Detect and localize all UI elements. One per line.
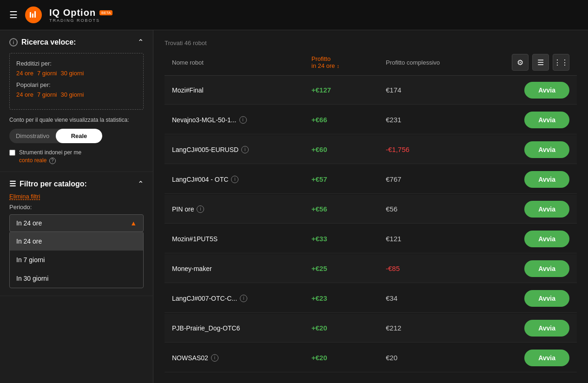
avvia-button[interactable]: Avvia bbox=[524, 231, 569, 247]
robot-name: PIN orei bbox=[172, 205, 311, 213]
robot-profit-total: €34 bbox=[386, 294, 524, 302]
main-content: Trovati 46 robot Nome robot Profitto in … bbox=[153, 30, 588, 383]
robot-profit24: +€127 bbox=[311, 86, 386, 94]
grid-view-btn[interactable]: ⋮⋮ bbox=[553, 54, 569, 71]
avvia-button[interactable]: Avvia bbox=[524, 201, 569, 218]
robot-name: LangCJ#005-EURUSDi bbox=[172, 146, 311, 153]
col-name-header: Nome robot bbox=[172, 59, 311, 66]
popular-30d[interactable]: 30 giorni bbox=[61, 91, 84, 98]
period-dropdown[interactable]: In 24 ore ▲ bbox=[9, 214, 144, 232]
dropdown-option-30d[interactable]: In 30 giorni bbox=[10, 269, 143, 288]
settings-icon-btn[interactable]: ⚙ bbox=[512, 54, 529, 71]
robot-profit-total: €231 bbox=[386, 116, 524, 124]
quick-search-info-icon[interactable]: i bbox=[9, 38, 18, 46]
quick-search-header: i Ricerca veloce: ⌃ bbox=[9, 38, 144, 46]
avvia-button[interactable]: Avvia bbox=[524, 320, 569, 337]
account-label: Conto per il quale viene visualizzata la… bbox=[9, 116, 144, 124]
real-account-link[interactable]: conto reale bbox=[19, 157, 46, 164]
robot-profit24: +€25 bbox=[311, 264, 386, 272]
robot-profit-total: €767 bbox=[386, 175, 524, 183]
dropdown-option-7d[interactable]: In 7 giorni bbox=[10, 251, 143, 269]
robot-info-icon[interactable]: i bbox=[211, 354, 218, 362]
filter-title: ☰ Filtro per catalogo: bbox=[9, 179, 87, 188]
robot-name: NOWSAS02i bbox=[172, 354, 311, 362]
robot-name: Mozi#Final bbox=[172, 86, 311, 94]
period-label: Periodo: bbox=[9, 204, 144, 211]
robot-row: NOWSAS02i+€20€20Avvia bbox=[165, 343, 577, 372]
avvia-button[interactable]: Avvia bbox=[524, 350, 569, 366]
avvia-button[interactable]: Avvia bbox=[524, 290, 569, 307]
list-view-btn[interactable]: ☰ bbox=[532, 54, 549, 71]
beta-badge: BETA bbox=[99, 10, 112, 15]
hamburger-menu[interactable]: ☰ bbox=[9, 9, 18, 20]
robot-row: PJB-Prairie_Dog-OTC6+€20€212Avvia bbox=[165, 314, 577, 343]
demo-toggle[interactable]: Dimostrativo bbox=[9, 129, 56, 143]
robot-row: Money-maker+€25-€85Avvia bbox=[165, 254, 577, 283]
avvia-button[interactable]: Avvia bbox=[524, 171, 569, 188]
robot-info-icon[interactable]: i bbox=[197, 205, 204, 213]
logo-text: IQ Option BETA TRADING ROBOTS bbox=[49, 7, 112, 23]
real-toggle[interactable]: Reale bbox=[56, 129, 102, 143]
robot-profit24: +€20 bbox=[311, 354, 386, 362]
robot-profit24: +€66 bbox=[311, 116, 386, 124]
quick-search-title: i Ricerca veloce: bbox=[9, 38, 76, 46]
dropdown-arrow-icon: ▲ bbox=[130, 219, 137, 227]
robot-info-icon[interactable]: i bbox=[240, 295, 247, 302]
robot-info-icon[interactable]: i bbox=[231, 176, 238, 183]
avvia-button[interactable]: Avvia bbox=[524, 260, 569, 277]
help-icon[interactable]: ? bbox=[49, 158, 56, 164]
avvia-button[interactable]: Avvia bbox=[524, 112, 569, 128]
robot-profit-total: €56 bbox=[386, 205, 524, 213]
filter-chevron[interactable]: ⌃ bbox=[138, 179, 144, 188]
robot-info-icon[interactable]: i bbox=[241, 146, 249, 153]
quick-search-section: i Ricerca veloce: ⌃ Redditizi per: 24 or… bbox=[0, 30, 153, 172]
avvia-button[interactable]: Avvia bbox=[524, 141, 569, 158]
svg-rect-1 bbox=[32, 13, 33, 18]
robot-name: Mozin#1PUT5S bbox=[172, 235, 311, 243]
filter-header: ☰ Filtro per catalogo: ⌃ bbox=[9, 179, 144, 188]
quick-search-box: Redditizi per: 24 ore 7 giorni 30 giorni… bbox=[9, 53, 144, 110]
profitable-24h[interactable]: 24 ore bbox=[16, 70, 33, 77]
robot-profit24: +€23 bbox=[311, 294, 386, 302]
robot-profit-total: -€1,756 bbox=[386, 145, 524, 153]
robot-name: LangCJ#007-OTC-C...i bbox=[172, 295, 311, 302]
profitable-30d[interactable]: 30 giorni bbox=[61, 70, 84, 77]
robot-profit24: +€33 bbox=[311, 235, 386, 243]
robot-row: LangCJ#005-EURUSDi+€60-€1,756Avvia bbox=[165, 135, 577, 164]
instrument-label: Strumenti indonei per me conto reale ? bbox=[19, 149, 81, 165]
dropdown-options-list: In 24 ore In 7 giorni In 30 giorni bbox=[9, 231, 144, 288]
table-header: Nome robot Profitto in 24 ore ↕ Profitto… bbox=[165, 54, 577, 76]
robot-row: LangCJ#007-OTC-C...i+€23€34Avvia bbox=[165, 284, 577, 313]
robot-profit-total: €121 bbox=[386, 235, 524, 243]
sort-icon[interactable]: ↕ bbox=[337, 63, 340, 69]
quick-search-chevron[interactable]: ⌃ bbox=[138, 38, 144, 46]
robot-row: Nevajno3-MGL-50-1...i+€66€231Avvia bbox=[165, 106, 577, 134]
robot-name: PJB-Prairie_Dog-OTC6 bbox=[172, 324, 311, 332]
logo-icon bbox=[25, 7, 42, 23]
filter-icon: ☰ bbox=[9, 179, 16, 188]
robot-table: Mozi#Final+€127€174AvviaNevajno3-MGL-50-… bbox=[165, 76, 577, 372]
sidebar: i Ricerca veloce: ⌃ Redditizi per: 24 or… bbox=[0, 30, 153, 383]
avvia-button[interactable]: Avvia bbox=[524, 82, 569, 99]
app-title: IQ Option bbox=[49, 7, 96, 18]
robot-row: Mozi#Final+€127€174Avvia bbox=[165, 76, 577, 105]
robot-profit-total: €20 bbox=[386, 354, 524, 362]
popular-7d[interactable]: 7 giorni bbox=[37, 91, 57, 98]
instrument-checkbox[interactable] bbox=[9, 150, 15, 156]
robot-name: Nevajno3-MGL-50-1...i bbox=[172, 116, 311, 124]
filter-section: ☰ Filtro per catalogo: ⌃ Elimina filtri … bbox=[0, 172, 153, 296]
popular-24h[interactable]: 24 ore bbox=[16, 91, 33, 98]
account-type-toggle[interactable]: Dimostrativo Reale bbox=[9, 129, 102, 143]
dropdown-option-24h[interactable]: In 24 ore bbox=[10, 232, 143, 251]
robot-profit24: +€57 bbox=[311, 175, 386, 183]
svg-rect-2 bbox=[34, 11, 36, 18]
robot-profit-total: €212 bbox=[386, 324, 524, 332]
robot-row: Mozin#1PUT5S+€33€121Avvia bbox=[165, 225, 577, 253]
app-subtitle: TRADING ROBOTS bbox=[49, 18, 112, 23]
col-profit24-header: Profitto in 24 ore ↕ bbox=[311, 55, 386, 69]
robot-profit24: +€60 bbox=[311, 145, 386, 153]
robot-profit24: +€20 bbox=[311, 324, 386, 332]
profitable-7d[interactable]: 7 giorni bbox=[37, 70, 57, 77]
robot-info-icon[interactable]: i bbox=[239, 116, 247, 124]
clear-filters-btn[interactable]: Elimina filtri bbox=[9, 193, 144, 200]
